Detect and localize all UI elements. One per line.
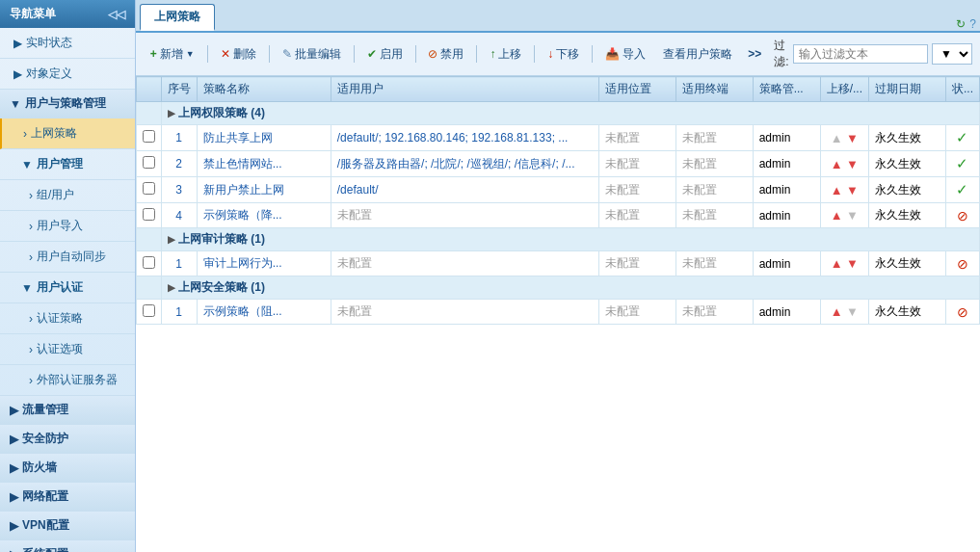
policy-name-link[interactable]: 新用户禁止上网 xyxy=(203,183,284,197)
row-name: 审计上网行为... xyxy=(197,251,331,276)
row-checkbox[interactable] xyxy=(143,156,155,169)
import-button[interactable]: 📥 导入 xyxy=(598,43,652,66)
move-up-row-icon[interactable]: ▲ xyxy=(831,304,843,319)
sidebar-item-security[interactable]: ▶ 安全防护 xyxy=(0,425,135,454)
row-num: 4 xyxy=(161,203,197,228)
move-up-row-icon[interactable]: ▲ xyxy=(831,256,843,271)
sidebar-item-object-def[interactable]: ▶ 对象定义 xyxy=(0,59,135,90)
user-cell[interactable]: /服务器及路由器/; /北院/; /巡视组/; /信息科/; /... xyxy=(337,157,575,171)
status-check-icon: ✓ xyxy=(956,129,968,145)
sep1 xyxy=(207,45,208,63)
import-label: 导入 xyxy=(622,46,646,63)
row-checkbox[interactable] xyxy=(143,208,155,221)
sidebar-item-firewall[interactable]: ▶ 防火墙 xyxy=(0,454,135,483)
row-name: 示例策略（阻... xyxy=(197,300,331,325)
row-move: ▲ ▼ xyxy=(820,177,868,203)
more-button[interactable]: >> xyxy=(743,44,766,64)
move-up-button[interactable]: ↑ 上移 xyxy=(483,43,528,66)
sidebar-item-user-policy[interactable]: ▼ 用户与策略管理 xyxy=(0,90,135,118)
sidebar-item-user-sync[interactable]: › 用户自动同步 xyxy=(0,242,135,273)
policy-name-link[interactable]: 示例策略（阻... xyxy=(203,304,282,318)
refresh-icon[interactable]: ↻ xyxy=(956,17,966,31)
policy-name-link[interactable]: 示例策略（降... xyxy=(203,208,282,222)
move-down-row-icon[interactable]: ▼ xyxy=(846,183,859,197)
add-button[interactable]: + 新增 ▼ xyxy=(144,43,201,66)
view-user-policy-button[interactable]: 查看用户策略 xyxy=(656,43,739,66)
sidebar-item-auth-option[interactable]: › 认证选项 xyxy=(0,334,135,365)
row-checkbox[interactable] xyxy=(143,130,155,143)
policy-name-link[interactable]: 禁止色情网站... xyxy=(203,157,282,171)
sep2 xyxy=(269,45,270,63)
move-down-row-icon[interactable]: ▼ xyxy=(846,131,859,145)
sidebar-item-auth-policy[interactable]: › 认证策略 xyxy=(0,303,135,334)
row-num: 2 xyxy=(161,151,197,177)
sub-arrow-icon: › xyxy=(29,343,33,356)
sidebar-item-network-config[interactable]: ▶ 网络配置 xyxy=(0,483,135,512)
user-cell[interactable]: /default/; 192.168.80.146; 192.168.81.13… xyxy=(337,131,569,145)
sidebar-item-ext-auth[interactable]: › 外部认证服务器 xyxy=(0,365,135,396)
sidebar-item-group-user[interactable]: › 组/用户 xyxy=(0,180,135,211)
tab-internet-policy[interactable]: 上网策略 xyxy=(140,4,215,31)
row-checkbox[interactable] xyxy=(143,304,155,317)
row-expire: 永久生效 xyxy=(868,125,945,151)
section-arrow-icon: ▼ xyxy=(10,97,21,111)
sidebar-collapse-icons[interactable]: ◁◁ xyxy=(108,8,125,21)
row-user: /default/ xyxy=(331,177,598,203)
move-up-row-icon[interactable]: ▲ xyxy=(831,208,843,223)
policy-name-link[interactable]: 审计上网行为... xyxy=(203,256,282,270)
refresh-area: ↻ ? xyxy=(956,17,976,31)
table-group-header: ▶ 上网安全策略 (1) xyxy=(136,276,979,300)
sidebar-item-label: 用户自动同步 xyxy=(37,249,106,265)
disable-button[interactable]: ⊘ 禁用 xyxy=(421,43,470,66)
section-arrow-icon: ▼ xyxy=(21,281,33,295)
table-group-header: ▶ 上网权限策略 (4) xyxy=(136,102,979,125)
row-checkbox-cell xyxy=(136,203,161,228)
sep7 xyxy=(592,45,593,63)
help-icon[interactable]: ? xyxy=(969,17,976,31)
sidebar-item-sys-config[interactable]: ▶ 系统配置 xyxy=(0,540,135,552)
enable-button[interactable]: ✔ 启用 xyxy=(360,43,410,66)
sidebar-item-vpn[interactable]: ▶ VPN配置 xyxy=(0,512,135,540)
delete-button[interactable]: ✕ 删除 xyxy=(214,43,263,66)
filter-input[interactable] xyxy=(793,44,928,64)
move-up-row-icon[interactable]: ▲ xyxy=(831,183,843,197)
sidebar-item-user-import[interactable]: › 用户导入 xyxy=(0,211,135,242)
row-manager: admin xyxy=(753,125,820,151)
sidebar-item-realtime[interactable]: ▶ 实时状态 xyxy=(0,28,135,59)
row-checkbox-cell xyxy=(136,251,161,276)
enable-icon: ✔ xyxy=(367,47,377,61)
policy-name-link[interactable]: 防止共享上网 xyxy=(203,131,273,145)
move-down-row-icon[interactable]: ▼ xyxy=(846,157,859,171)
sidebar-item-label: 系统配置 xyxy=(22,546,68,552)
sidebar-item-flow-mgmt[interactable]: ▶ 流量管理 xyxy=(0,396,135,425)
sep5 xyxy=(476,45,477,63)
row-checkbox-cell xyxy=(136,151,161,177)
row-manager: admin xyxy=(753,300,820,325)
move-down-button[interactable]: ↓ 下移 xyxy=(541,43,586,66)
filter-dropdown[interactable]: ▼ xyxy=(932,43,972,65)
row-checkbox[interactable] xyxy=(143,256,155,269)
sidebar-item-label: 对象定义 xyxy=(26,66,72,82)
col-header-user: 适用用户 xyxy=(331,77,598,102)
row-location: 未配置 xyxy=(598,203,675,228)
sidebar-item-user-mgmt[interactable]: ▼ 用户管理 xyxy=(0,149,135,180)
user-cell[interactable]: /default/ xyxy=(337,183,379,197)
disable-label: 禁用 xyxy=(440,46,464,63)
row-status: ✓ xyxy=(945,151,979,177)
sidebar-item-user-auth[interactable]: ▼ 用户认证 xyxy=(0,273,135,303)
batch-edit-button[interactable]: ✎ 批量编辑 xyxy=(276,43,348,66)
row-checkbox[interactable] xyxy=(143,182,155,195)
move-down-row-icon[interactable]: ▼ xyxy=(846,256,859,271)
row-num: 1 xyxy=(161,300,197,325)
sidebar: 导航菜单 ◁◁ ▶ 实时状态 ▶ 对象定义 ▼ 用户与策略管理 › 上网策略 ▼… xyxy=(0,0,136,552)
section-arrow-icon: ▼ xyxy=(21,158,33,171)
move-down-row-icon: ▼ xyxy=(846,208,859,223)
move-up-row-icon[interactable]: ▲ xyxy=(831,157,843,171)
add-label: 新增 xyxy=(160,46,183,63)
row-terminal: 未配置 xyxy=(675,177,753,203)
sidebar-item-internet-policy[interactable]: › 上网策略 xyxy=(0,118,135,149)
row-manager: admin xyxy=(753,203,820,228)
row-name: 禁止色情网站... xyxy=(197,151,331,177)
batch-edit-label: 批量编辑 xyxy=(295,46,341,63)
table-row: 2 禁止色情网站... /服务器及路由器/; /北院/; /巡视组/; /信息科… xyxy=(136,151,979,177)
